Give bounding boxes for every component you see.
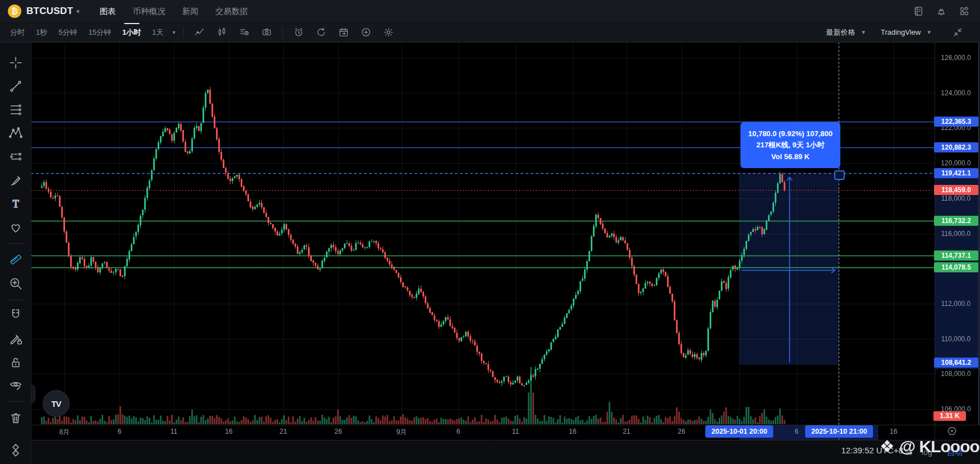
sidebar-divider [8, 243, 23, 244]
sidebar-divider [8, 401, 23, 402]
tv-glyph: TV [51, 399, 61, 409]
remove-drawings-tool[interactable] [6, 409, 25, 428]
interval-caret[interactable]: ▾ [169, 22, 178, 42]
price-badge: 114,078.5 [934, 262, 978, 272]
percent-scale-button[interactable]: % [905, 448, 912, 457]
time-axis-label: 9月 [397, 428, 407, 437]
toolbar-separator [183, 27, 183, 38]
time-axis-label: 21 [623, 428, 630, 435]
auto-scale-button[interactable]: 自动 [947, 448, 963, 458]
journal-icon[interactable] [913, 6, 924, 17]
alert-clock-icon[interactable] [291, 25, 306, 40]
interval-1小时[interactable]: 1小时 [117, 22, 146, 42]
price-axis-label: 108,000.0 [935, 370, 977, 378]
interval-1天[interactable]: 1天 [146, 22, 169, 42]
toolbar-separator [282, 27, 283, 38]
time-axis-label: 16 [569, 428, 576, 435]
lock-all-tool[interactable] [6, 353, 25, 372]
zoom-in-tool[interactable] [6, 274, 25, 293]
interval-分时[interactable]: 分时 [4, 22, 30, 42]
apps-grid-icon[interactable] [959, 6, 970, 17]
drawing-sidebar: T [0, 42, 31, 464]
topbar-right-icons [913, 6, 980, 17]
measure-tooltip: 10,780.0 (9.92%) 107,800 217根K线, 9天 1小时 … [740, 122, 840, 168]
time-axis-label: 11 [171, 428, 177, 435]
long-position-tool[interactable] [6, 147, 25, 166]
tab-图表[interactable]: 图表 [100, 6, 116, 17]
object-tree-tool[interactable] [6, 440, 25, 460]
toolbar-right: 最新价格▾ TradingView▾ [826, 25, 980, 40]
time-axis-label: 6 [457, 428, 461, 435]
top-bar: ₿ BTCUSDT ▾ 图表币种概况新闻交易数据 [0, 0, 980, 23]
price-badge: 122,365.3 [934, 117, 978, 127]
volume-badge: 1.31 K [933, 411, 966, 421]
bitcoin-logo-icon: ₿ [8, 4, 21, 18]
symbol-title[interactable]: BTCUSDT [26, 6, 73, 17]
price-axis-label: 116,000.0 [935, 230, 977, 238]
measure-tooltip-line2: 217根K线, 9天 1小时 [740, 140, 840, 150]
price-axis-label: 120,000.0 [935, 159, 977, 167]
symbol-caret-icon[interactable]: ▾ [76, 8, 80, 15]
drawing-lock-tool[interactable] [6, 330, 25, 349]
time-axis-label: 6 [118, 428, 122, 435]
vendor-dropdown[interactable]: TradingView▾ [881, 28, 931, 36]
ruler-tool[interactable] [6, 250, 25, 269]
brush-tool[interactable] [6, 171, 25, 190]
measure-handle[interactable] [834, 170, 845, 180]
emoji-heart-tool[interactable] [6, 218, 25, 237]
add-icon[interactable] [358, 25, 373, 40]
replay-icon[interactable] [314, 25, 328, 40]
tab-交易数据[interactable]: 交易数据 [215, 6, 248, 17]
price-axis-label: 112,000.0 [935, 300, 977, 308]
xabcd-pattern-tool[interactable] [6, 124, 25, 143]
interval-1秒[interactable]: 1秒 [30, 22, 53, 42]
price-badge: 118,459.0 [934, 185, 978, 195]
time-range-badge: 2025-10-01 20:00 [705, 425, 773, 438]
interval-15分钟[interactable]: 15分钟 [82, 22, 116, 42]
clock-utc: 12:39:52 UTC+8 [815, 446, 903, 455]
trendline-tool[interactable] [6, 77, 25, 96]
price-badge: 114,737.1 [934, 250, 978, 261]
time-axis-label: 11 [512, 428, 519, 435]
time-axis-label: 16 [225, 428, 232, 435]
svg-text:T: T [12, 198, 19, 210]
sidebar-divider [8, 300, 23, 300]
interval-5分钟[interactable]: 5分钟 [53, 22, 82, 42]
tab-币种概况[interactable]: 币种概况 [133, 6, 165, 17]
time-range-badge: 2025-10-10 21:00 [805, 425, 873, 438]
crosshair-tool[interactable] [6, 53, 25, 72]
price-badge: 116,732.2 [934, 216, 978, 226]
display-settings-icon[interactable] [237, 25, 251, 40]
text-tool[interactable]: T [6, 194, 25, 214]
time-axis-label: 21 [279, 428, 287, 435]
measure-tooltip-line3: Vol 56.89 K [740, 152, 840, 161]
price-badge: 108,641.2 [934, 358, 978, 368]
time-axis-label: 16 [890, 428, 897, 435]
tab-新闻[interactable]: 新闻 [182, 6, 199, 17]
timezone-hexagon-icon[interactable] [946, 425, 958, 438]
chart-toolbar: 分时1秒5分钟15分钟1小时1天 ▾ 最新价格▾ TradingView▾ [0, 22, 980, 43]
hide-drawings-tool[interactable] [6, 375, 25, 395]
collapse-toolbar-icon[interactable] [950, 25, 965, 40]
price-mode-dropdown[interactable]: 最新价格▾ [826, 27, 865, 38]
snapshot-icon[interactable] [259, 25, 274, 40]
trading-app: ₿ BTCUSDT ▾ 图表币种概况新闻交易数据 分时1秒5分钟15分钟1小时1… [0, 0, 980, 464]
time-axis-label: 6 [795, 428, 799, 435]
calendar-icon[interactable] [336, 25, 351, 40]
settings-icon[interactable] [381, 25, 395, 40]
price-scrollbar[interactable] [978, 42, 979, 425]
indicators-icon[interactable] [192, 25, 206, 40]
interval-group: 分时1秒5分钟15分钟1小时1天 [4, 22, 169, 42]
tradingview-logo[interactable]: TV [43, 390, 70, 417]
candle-style-icon[interactable] [214, 25, 229, 40]
time-axis-label: 26 [678, 428, 685, 435]
alert-bell-icon[interactable] [936, 6, 947, 17]
log-scale-button[interactable]: log [922, 448, 932, 457]
price-axis-label: 118,000.0 [935, 194, 977, 202]
price-badge: 120,882.3 [934, 142, 978, 152]
fib-retracement-tool[interactable] [6, 100, 25, 119]
chart-canvas[interactable] [0, 0, 980, 464]
nav-tabs: 图表币种概况新闻交易数据 [100, 6, 248, 17]
magnet-tool[interactable] [6, 305, 25, 324]
toolbar-icons [188, 25, 399, 40]
